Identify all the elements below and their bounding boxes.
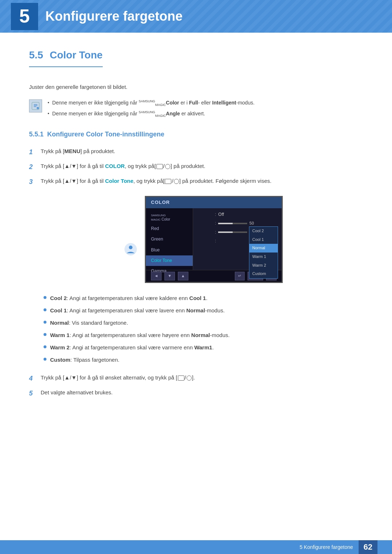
note-box: ! ● Denne menyen er ikke tilgjengelig nå… [29,99,363,118]
dropdown-warm1[interactable]: Warm 1 [249,253,278,261]
menu-item-blue: Blue [146,245,193,255]
bullet-circle-3 [44,321,46,324]
option-custom-text: Custom: Tilpass fargetonen. [50,356,119,364]
note-line-1-text: Denne menyen er ikke tilgjengelig når SA… [52,99,254,107]
footer-chapter-text: 5 Konfigurere fargetone [299,543,353,551]
monitor-title-bar: COLOR [146,197,282,208]
option-normal: Normal: Vis standard fargetone. [44,319,363,327]
footer-page-number: 62 [359,540,377,554]
menu-item-samsung-color: SAMSUNG MAGIC Color [146,211,193,223]
bullet-circle-4 [44,333,46,336]
menu-item-green: Green [146,234,193,245]
step-2: 2 Trykk på [▲/▼] for å gå til COLOR, og … [29,162,363,172]
bottom-btn-enter[interactable]: ↵ [235,272,245,280]
step-4: 4 Trykk på [▲/▼] for å gå til ønsket alt… [29,373,363,384]
section-title: Color Tone [50,49,103,61]
step-num-2: 2 [29,162,36,172]
option-cool1: Cool 1: Angi at fargetemperaturen skal v… [44,306,363,315]
note-line-2-text: Denne menyen er ikke tilgjengelig når SA… [52,110,205,118]
monitor-icon [124,242,138,259]
step-5: 5 Det valgte alternativet brukes. [29,388,363,399]
red-slider: 50 [218,220,254,227]
dropdown-warm2[interactable]: Warm 2 [249,261,278,270]
color-tone-dropdown: Cool 2 Cool 1 Normal Warm 1 Warm 2 Custo… [249,226,278,279]
note-line-2: ● Denne menyen er ikke tilgjengelig når … [48,110,254,118]
svg-point-7 [129,246,132,249]
menu-item-color-tone: Color Tone [146,255,193,266]
bottom-btn-up[interactable]: ▲ [178,272,188,280]
step-num-5: 5 [29,388,36,399]
bottom-btn-left[interactable]: ◄ [151,272,162,280]
step-3: 3 Trykk på [▲/▼] for å gå til Color Tone… [29,177,363,187]
option-warm1: Warm 1: Angi at fargetemperaturen skal v… [44,331,363,340]
top-banner: 5 Konfigurere fargetone [0,0,392,33]
step-text-3: Trykk på [▲/▼] for å gå til Color Tone, … [41,177,271,185]
option-warm2: Warm 2: Angi at fargetemperaturen skal v… [44,343,363,352]
monitor-screen: COLOR SAMSUNG MAGIC Color Red Green Blue… [145,196,283,283]
menu-item-red: Red [146,223,193,234]
green-slider: 50 [218,229,254,235]
subsection-heading: 5.5.1 Konfigurere Color Tone-innstilling… [29,129,363,140]
bullet-dot: ● [48,100,49,105]
monitor-body: SAMSUNG MAGIC Color Red Green Blue Color… [146,208,282,270]
svg-text:!: ! [37,107,37,110]
dropdown-cool2[interactable]: Cool 2 [249,227,278,235]
note-lines: ● Denne menyen er ikke tilgjengelig når … [48,99,254,118]
note-line-1: ● Denne menyen er ikke tilgjengelig når … [48,99,254,107]
section-heading: 5.5Color Tone [29,47,103,67]
intro-text: Juster den generelle fargetonen til bild… [29,83,363,91]
bullet-circle [44,296,46,299]
monitor-container: COLOR SAMSUNG MAGIC Color Red Green Blue… [44,196,363,283]
option-warm2-text: Warm 2: Angi at fargetemperaturen skal v… [50,343,214,352]
bullet-circle-6 [44,358,46,361]
chapter-title: Konfigurere fargetone [45,6,183,27]
monitor-right: : Off : 50 [193,208,282,270]
footer: 5 Konfigurere fargetone 62 [0,540,392,554]
step-num-4: 4 [29,373,36,384]
subsection-num: 5.5.1 [29,131,44,138]
options-list: Cool 2: Angi at fargetemperaturen skal v… [44,294,363,364]
section-number: 5.5 [29,49,43,61]
step-num-1: 1 [29,147,36,157]
bullet-dot-2: ● [48,111,49,116]
monitor-menu: SAMSUNG MAGIC Color Red Green Blue Color… [146,208,193,270]
bullet-circle-5 [44,345,46,348]
dropdown-custom[interactable]: Custom [249,270,278,278]
chapter-number: 5 [11,3,38,30]
step-text-5: Det valgte alternativet brukes. [41,388,113,397]
step-num-3: 3 [29,177,36,187]
step-text-4: Trykk på [▲/▼] for å gå til ønsket alter… [41,373,195,382]
step-text-1: Trykk på [MENU] på produktet. [41,147,115,156]
step-1: 1 Trykk på [MENU] på produktet. [29,147,363,157]
color-value: Off [218,211,224,218]
option-normal-text: Normal: Vis standard fargetone. [50,319,128,327]
option-cool1-text: Cool 1: Angi at fargetemperaturen skal v… [50,306,225,315]
option-warm1-text: Warm 1: Angi at fargetemperaturen skal v… [50,331,230,340]
monitor-row-red: : 50 [197,220,278,227]
main-content: 5.5Color Tone Juster den generelle farge… [0,33,392,432]
dropdown-normal[interactable]: Normal [249,244,278,253]
steps-list: 1 Trykk på [MENU] på produktet. 2 Trykk … [29,147,363,187]
bullet-circle-2 [44,308,46,311]
option-cool2-text: Cool 2: Angi at fargetemperaturen skal v… [50,294,208,303]
note-icon: ! [29,99,42,112]
option-cool2: Cool 2: Angi at fargetemperaturen skal v… [44,294,363,303]
step-text-2: Trykk på [▲/▼] for å gå til COLOR, og tr… [41,162,205,171]
dropdown-cool1[interactable]: Cool 1 [249,235,278,244]
monitor-row-color: : Off [197,211,278,218]
bottom-btn-down[interactable]: ▼ [164,272,175,280]
subsection-title: Konfigurere Color Tone-innstillingene [47,131,164,138]
option-custom: Custom: Tilpass fargetonen. [44,356,363,364]
